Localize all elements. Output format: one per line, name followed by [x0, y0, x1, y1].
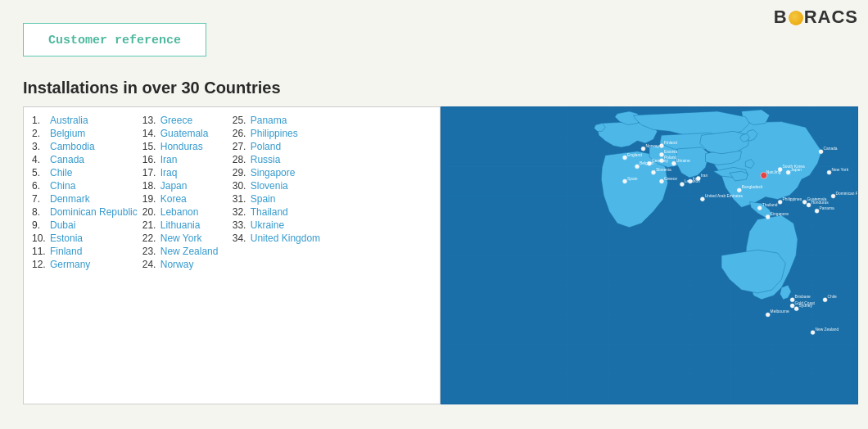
- map-location-dot: [757, 206, 762, 210]
- country-column: 13.Greece14.Guatemala15.Honduras16.Iran1…: [138, 111, 228, 400]
- entry-number: 1.: [27, 115, 50, 126]
- entry-country-name: Spain: [251, 193, 276, 205]
- entry-number: 25.: [228, 115, 251, 126]
- map-location-dot: [635, 165, 640, 169]
- entry-country-name: Guatemala: [160, 128, 209, 139]
- entry-country-name: Japan: [160, 180, 188, 192]
- map-location-dot: [778, 200, 782, 204]
- country-entry: 31.Spain: [228, 192, 320, 205]
- country-entry: 12.Germany: [27, 258, 138, 271]
- entry-country-name: Singapore: [251, 167, 296, 178]
- entry-number: 4.: [27, 154, 50, 165]
- map-location-label: Ukraine: [676, 159, 690, 163]
- map-location-label: Iran: [701, 174, 708, 178]
- country-entry: 21.Lithuania: [138, 219, 228, 232]
- country-entry: 9.Dubai: [27, 219, 138, 232]
- customer-reference-label: Customer reference: [48, 34, 181, 47]
- map-location-dot: [778, 168, 782, 172]
- entry-country-name: Korea: [160, 193, 187, 205]
- map-location-label: Slovenia: [656, 168, 671, 172]
- entry-country-name: Thailand: [251, 206, 288, 218]
- map-location-dot: [660, 144, 664, 148]
- entry-number: 13.: [138, 115, 160, 126]
- countries-section: 1.Australia2.Belgium3.Cambodia4.Canada5.…: [23, 106, 441, 404]
- map-location-label: Greece: [664, 177, 677, 181]
- entry-country-name: China: [50, 180, 75, 192]
- entry-country-name: Denmark: [50, 193, 90, 205]
- world-map: NorwayFinlandEstoniaEnglandGermanyBelgiu…: [441, 106, 858, 404]
- map-location-dot: [827, 170, 831, 174]
- countries-table: 1.Australia2.Belgium3.Cambodia4.Canada5.…: [23, 106, 441, 404]
- map-location-dot: [790, 304, 794, 308]
- country-column: 1.Australia2.Belgium3.Cambodia4.Canada5.…: [27, 111, 138, 400]
- map-location-label: New Zealand: [816, 327, 839, 332]
- country-entry: 10.Estonia: [27, 232, 138, 245]
- map-location-label: Estonia: [664, 150, 678, 154]
- map-location-label: Bangladesh: [742, 185, 763, 189]
- country-entry: 16.Iran: [138, 153, 228, 166]
- entry-country-name: Dubai: [50, 219, 75, 231]
- country-entry: 27.Poland: [228, 140, 320, 153]
- entry-country-name: Germany: [50, 259, 90, 270]
- map-location-label: Iraq: [693, 177, 700, 181]
- map-location-dot: [794, 307, 798, 311]
- country-entry: 11.Finland: [27, 245, 138, 258]
- entry-number: 30.: [228, 180, 251, 192]
- entry-country-name: Greece: [160, 115, 192, 126]
- map-location-dot: [652, 170, 656, 174]
- country-entry: 5.Chile: [27, 166, 138, 179]
- map-location-dot: [802, 200, 807, 204]
- entry-number: 28.: [228, 154, 251, 165]
- entry-country-name: Russia: [251, 154, 281, 165]
- entry-country-name: Canada: [50, 154, 84, 165]
- entry-number: 24.: [138, 259, 160, 270]
- country-entry: 28.Russia: [228, 153, 320, 166]
- map-location-label: Sydney: [799, 304, 813, 308]
- map-location-dot: [815, 209, 819, 213]
- map-location-dot: [688, 179, 692, 183]
- entry-country-name: Lithuania: [160, 219, 201, 231]
- entry-country-name: Philippines: [251, 128, 298, 139]
- entry-number: 8.: [27, 206, 50, 218]
- map-location-dot: [737, 188, 741, 192]
- country-entry: 2.Belgium: [27, 127, 138, 140]
- entry-number: 19.: [138, 193, 160, 205]
- entry-country-name: New Zealand: [160, 246, 219, 257]
- entry-country-name: Panama: [251, 115, 287, 126]
- map-location-label: Dominican Republic: [835, 192, 857, 196]
- entry-number: 18.: [138, 180, 160, 192]
- map-location-dot: [807, 203, 811, 207]
- entry-number: 32.: [228, 206, 251, 218]
- map-location-label: Poland: [664, 156, 676, 160]
- entry-number: 11.: [27, 246, 50, 257]
- entry-number: 22.: [138, 233, 160, 244]
- map-location-label: Melbourne: [771, 309, 789, 314]
- entry-country-name: Norway: [160, 259, 194, 270]
- entry-country-name: Ukraine: [251, 219, 284, 231]
- map-location-dot: [680, 183, 684, 187]
- entry-country-name: Iraq: [160, 167, 178, 178]
- entry-number: 5.: [27, 167, 50, 178]
- entry-number: 17.: [138, 167, 160, 178]
- entry-number: 26.: [228, 128, 251, 139]
- map-location-dot: [641, 147, 645, 151]
- entry-country-name: United Kingdom: [251, 233, 320, 244]
- entry-number: 3.: [27, 141, 50, 152]
- map-location-label: Panama: [820, 206, 834, 210]
- entry-number: 2.: [27, 128, 50, 139]
- country-entry: 14.Guatemala: [138, 127, 228, 140]
- map-location-dot: [623, 179, 627, 183]
- entry-number: 10.: [27, 233, 50, 244]
- entry-number: 29.: [228, 167, 251, 178]
- map-location-label: Norway: [645, 144, 659, 148]
- map-location-label: Spain: [627, 177, 638, 181]
- map-location-dot: [766, 214, 770, 219]
- country-entry: 24.Norway: [138, 258, 228, 271]
- map-location-label: Brisbane: [795, 295, 811, 299]
- entry-number: 31.: [228, 193, 251, 205]
- country-entry: 7.Denmark: [27, 192, 138, 205]
- country-entry: 18.Japan: [138, 179, 228, 192]
- entry-number: 7.: [27, 193, 50, 205]
- entry-number: 9.: [27, 219, 50, 231]
- country-entry: 26.Philippines: [228, 127, 320, 140]
